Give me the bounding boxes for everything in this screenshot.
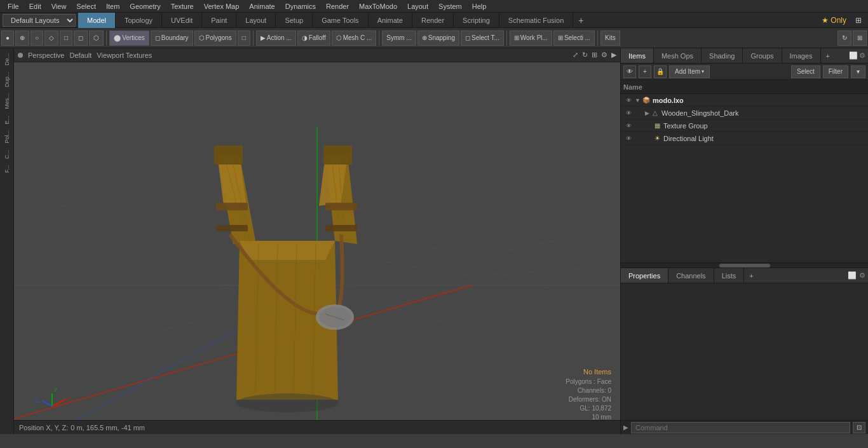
menu-dynamics[interactable]: Dynamics [280,1,321,11]
eye-toggle-texture[interactable]: 👁 [623,121,634,131]
tab-add-button[interactable]: + [573,13,588,28]
tab-lists[interactable]: Lists [714,268,745,283]
viewport-rotate-icon[interactable]: ↻ [582,51,588,59]
tool-refresh[interactable]: ↻ [837,31,851,46]
panel-settings-icon[interactable]: ⚙ [859,51,865,60]
tab-scripting[interactable]: Scripting [454,13,499,28]
eye-toggle-slingshot[interactable]: 👁 [623,108,634,118]
list-item-texture-group[interactable]: 👁 ▦ Texture Group [621,119,868,132]
viewport-grid-icon[interactable]: ⊞ [592,51,597,59]
tool-select-i[interactable]: ⊞ Selecti ... [553,31,595,46]
sidebar-item-f[interactable]: F... [3,163,11,175]
expand-arrow-modo[interactable]: ▼ [635,97,641,104]
menu-animate[interactable]: Animate [244,1,280,11]
tool-vertices[interactable]: ⬤ Vertices [109,31,149,46]
list-item-modo-lxo[interactable]: 👁 ▼ 📦 modo.lxo [621,94,868,107]
viewport-play-icon[interactable]: ▶ [611,51,616,59]
viewport-nav-icon[interactable]: ⤢ [573,51,578,59]
eye-toggle-light[interactable]: 👁 [623,133,634,144]
tool-square2[interactable]: ◻ [74,31,88,46]
tab-setup[interactable]: Setup [276,13,313,28]
menu-system[interactable]: System [433,1,467,11]
select-button[interactable]: Select [791,65,820,78]
layout-selector[interactable]: Default Layouts [3,14,76,27]
add-item-button[interactable]: Add Item ▾ [669,65,710,78]
tab-groups[interactable]: Groups [743,48,782,63]
list-item-slingshot[interactable]: 👁 ▶ △ Wooden_Slingshot_Dark [621,107,868,119]
menu-file[interactable]: File [3,1,24,11]
tab-uvedit[interactable]: UVEdit [162,13,202,28]
visibility-icon-btn[interactable]: 👁 [623,65,636,78]
sidebar-item-de[interactable]: De... [3,51,11,68]
tool-grid[interactable]: ⊞ [853,31,867,46]
sidebar-item-c[interactable]: C... [3,147,11,161]
tab-channels[interactable]: Channels [668,268,714,283]
filter-button[interactable]: Filter [823,65,848,78]
tool-kits[interactable]: Kits [600,31,620,46]
tab-render[interactable]: Render [412,13,454,28]
tool-falloff[interactable]: ◑ Falloff [297,31,330,46]
tool-boundary[interactable]: ◻ Boundary [151,31,193,46]
viewport-shading[interactable]: Default [69,51,92,59]
command-input[interactable] [631,422,850,433]
panel-expand-icon[interactable]: ⬜ [849,51,858,60]
tool-symm[interactable]: Symm ... [382,31,416,46]
tool-snapping[interactable]: ⊕ Snapping [417,31,459,46]
command-exec-button[interactable]: ⊡ [853,422,865,433]
tool-crosshair[interactable]: ⊕ [15,31,29,46]
add-icon-btn[interactable]: + [639,65,651,78]
menu-vertex-map[interactable]: Vertex Map [199,1,245,11]
tab-items[interactable]: Items [621,48,654,63]
tab-shading[interactable]: Shading [702,48,743,63]
tab-schematic-fusion[interactable]: Schematic Fusion [499,13,573,28]
tool-select-mode[interactable]: ● [1,31,14,46]
menu-edit[interactable]: Edit [24,1,46,11]
sidebar-item-e[interactable]: E... [3,113,11,127]
tool-diamond[interactable]: ◇ [44,31,58,46]
items-list[interactable]: 👁 ▼ 📦 modo.lxo 👁 ▶ △ Wooden_Slingshot_Da… [621,94,868,262]
tab-game-tools[interactable]: Game Tools [313,13,369,28]
viewport-texture[interactable]: Viewport Textures [97,51,152,59]
props-settings-icon[interactable]: ⚙ [859,271,865,280]
viewport-camera[interactable]: Perspective [28,51,64,59]
props-expand-icon[interactable]: ⬜ [848,271,857,280]
menu-texture[interactable]: Texture [166,1,199,11]
menu-select[interactable]: Select [71,1,101,11]
tab-add[interactable]: + [821,48,835,63]
lock-icon-btn[interactable]: 🔒 [654,65,667,78]
sidebar-item-mes[interactable]: Mes... [3,91,11,112]
tab-layout[interactable]: Layout [236,13,276,28]
tool-circle[interactable]: ○ [31,31,43,46]
tool-select-t[interactable]: ◻ Select T... [461,31,504,46]
list-item-directional-light[interactable]: 👁 ☀ Directional Light [621,132,868,145]
eye-toggle-modo[interactable]: 👁 [623,95,634,105]
tab-properties[interactable]: Properties [621,268,668,283]
menu-layout[interactable]: Layout [402,1,433,11]
menu-help[interactable]: Help [467,1,492,11]
tool-polygons[interactable]: ⬡ Polygons [194,31,236,46]
tool-mesh-c[interactable]: ⬡ Mesh C ... [332,31,377,46]
sidebar-item-dup[interactable]: Dup... [3,69,11,90]
command-arrow[interactable]: ▶ [623,424,628,431]
tab-animate[interactable]: Animate [369,13,412,28]
tab-model[interactable]: Model [78,13,116,28]
expand-arrow-slingshot[interactable]: ▶ [645,110,649,116]
menu-geometry[interactable]: Geometry [125,1,165,11]
sidebar-item-pol[interactable]: Pol... [3,128,11,146]
tab-images[interactable]: Images [782,48,821,63]
settings-button[interactable]: ⊞ [853,15,864,26]
tool-action[interactable]: ▶ Action ... [256,31,296,46]
viewport-canvas[interactable]: No Items Polygons : Face Channels: 0 Def… [14,62,620,434]
more-button[interactable]: ▾ [851,65,865,78]
menu-view[interactable]: View [46,1,72,11]
tool-square1[interactable]: □ [60,31,72,46]
tool-work-plane[interactable]: ⊞ Work Pl... [510,31,552,46]
tool-square3[interactable]: □ [238,31,250,46]
star-only-button[interactable]: ★ Only [818,15,850,26]
tab-mesh-ops[interactable]: Mesh Ops [654,48,702,63]
menu-item[interactable]: Item [101,1,125,11]
menu-render[interactable]: Render [321,1,354,11]
props-tab-add[interactable]: + [744,268,758,283]
menu-maxtomodo[interactable]: MaxToModo [354,1,402,11]
tool-hex[interactable]: ⬡ [89,31,104,46]
